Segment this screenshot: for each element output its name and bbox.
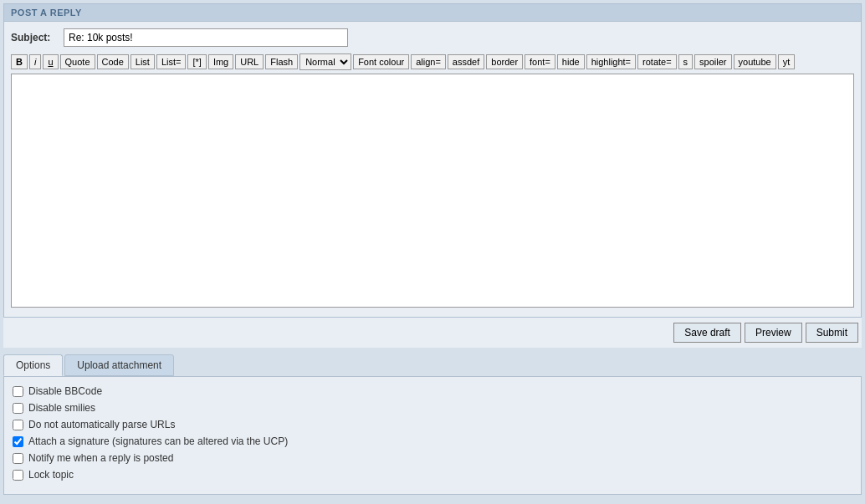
notify-reply-checkbox[interactable] <box>13 453 23 464</box>
upload-attachment-tab[interactable]: Upload attachment <box>64 354 174 376</box>
header-title: POST A REPLY <box>11 8 82 18</box>
border-btn[interactable]: border <box>486 54 523 69</box>
notify-reply-label[interactable]: Notify me when a reply is posted <box>28 452 173 464</box>
font-btn[interactable]: font= <box>525 54 555 69</box>
option-disable-smilies: Disable smilies <box>13 402 852 414</box>
list-btn[interactable]: List <box>131 54 155 69</box>
disable-bbcode-checkbox[interactable] <box>13 386 23 397</box>
editor-textarea[interactable] <box>11 74 854 308</box>
bold-btn[interactable]: B <box>11 54 28 69</box>
lock-topic-label[interactable]: Lock topic <box>28 469 74 481</box>
youtube-btn[interactable]: youtube <box>734 54 776 69</box>
size-select[interactable]: Tiny Small Normal Large Huge <box>299 53 351 70</box>
strikethrough-btn[interactable]: s <box>678 54 694 69</box>
list-item-btn[interactable]: [*] <box>187 54 206 69</box>
option-lock-topic: Lock topic <box>13 469 852 481</box>
underline-btn[interactable]: u <box>43 54 58 69</box>
italic-btn[interactable]: i <box>29 54 41 69</box>
rotate-btn[interactable]: rotate= <box>637 54 677 69</box>
post-reply-header: POST A REPLY <box>3 3 862 21</box>
lock-topic-checkbox[interactable] <box>13 470 23 481</box>
submit-button[interactable]: Submit <box>806 323 858 343</box>
subject-label: Subject: <box>11 32 57 43</box>
subject-row: Subject: <box>11 28 854 47</box>
option-no-parse-urls: Do not automatically parse URLs <box>13 419 852 430</box>
flash-btn[interactable]: Flash <box>265 54 298 69</box>
align-btn[interactable]: align= <box>411 54 446 69</box>
list-eq-btn[interactable]: List= <box>156 54 187 69</box>
form-container: Subject: B i u Quote Code List List= [*]… <box>3 21 862 318</box>
option-disable-bbcode: Disable BBCode <box>13 385 852 397</box>
no-parse-urls-checkbox[interactable] <box>13 420 23 430</box>
highlight-btn[interactable]: highlight= <box>586 54 636 69</box>
tab-content-options: Disable BBCode Disable smilies Do not au… <box>3 376 862 495</box>
hide-btn[interactable]: hide <box>557 54 585 69</box>
action-row: Save draft Preview Submit <box>3 318 862 348</box>
assdef-btn[interactable]: assdef <box>448 54 484 69</box>
subject-input[interactable] <box>64 28 348 47</box>
options-tab[interactable]: Options <box>3 354 63 376</box>
img-btn[interactable]: Img <box>208 54 233 69</box>
disable-bbcode-label[interactable]: Disable BBCode <box>28 385 102 397</box>
attach-signature-checkbox[interactable] <box>13 436 23 447</box>
option-notify-reply: Notify me when a reply is posted <box>13 452 852 464</box>
disable-smilies-checkbox[interactable] <box>13 403 23 414</box>
disable-smilies-label[interactable]: Disable smilies <box>28 402 95 414</box>
save-draft-button[interactable]: Save draft <box>673 323 741 343</box>
no-parse-urls-label[interactable]: Do not automatically parse URLs <box>28 419 175 430</box>
spoiler-btn[interactable]: spoiler <box>694 54 731 69</box>
yt-btn[interactable]: yt <box>778 54 796 69</box>
toolbar: B i u Quote Code List List= [*] Img URL … <box>11 53 854 70</box>
page-wrapper: POST A REPLY Subject: B i u Quote Code L… <box>0 0 865 498</box>
url-btn[interactable]: URL <box>235 54 264 69</box>
attach-signature-label[interactable]: Attach a signature (signatures can be al… <box>28 435 288 447</box>
option-attach-signature: Attach a signature (signatures can be al… <box>13 435 852 447</box>
preview-button[interactable]: Preview <box>745 323 802 343</box>
font-color-btn[interactable]: Font colour <box>353 54 409 69</box>
quote-btn[interactable]: Quote <box>60 54 95 69</box>
code-btn[interactable]: Code <box>97 54 129 69</box>
tabs-row: Options Upload attachment <box>3 354 862 376</box>
